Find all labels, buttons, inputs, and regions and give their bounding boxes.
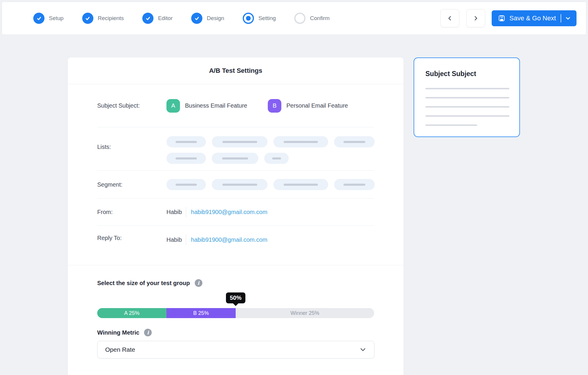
skeleton-line	[425, 88, 509, 89]
save-and-go-next-button[interactable]: Save & Go Next	[492, 10, 577, 26]
skeleton-pill	[212, 179, 267, 190]
previous-step-button[interactable]	[440, 9, 459, 27]
radio-active-icon	[243, 13, 254, 24]
step-recipients[interactable]: Recipients	[82, 13, 124, 24]
radio-dot	[246, 16, 251, 21]
lists-row: Lists:	[97, 127, 374, 171]
test-group-heading: Select the size of your test group	[97, 280, 190, 287]
subject-row: Subject Subject: A Business Email Featur…	[97, 84, 374, 127]
info-icon[interactable]: i	[195, 279, 202, 287]
wizard-header: Setup Recipients Editor	[2, 2, 586, 35]
check-circle-icon	[33, 13, 44, 24]
check-circle-icon	[142, 13, 153, 24]
segment-b[interactable]: B 25%	[166, 308, 236, 318]
chevron-right-icon	[473, 16, 478, 21]
skeleton-pill	[334, 179, 375, 190]
step-setup[interactable]: Setup	[33, 13, 64, 24]
check-icon	[145, 16, 151, 21]
check-icon	[194, 16, 200, 21]
variant-a-subject: Business Email Feature	[185, 102, 247, 109]
preview-skeleton	[425, 88, 508, 126]
segment-row-label: Segment:	[97, 181, 166, 188]
from-row: From: Habib habib91900@gmail.com.com	[97, 199, 374, 226]
skeleton-pill	[264, 153, 289, 164]
segment-skeleton	[166, 179, 375, 190]
preview-card-title: Subject Subject	[425, 70, 508, 78]
winning-metric-value: Open Rate	[105, 346, 135, 353]
skeleton-pill	[212, 136, 267, 147]
reply-to-sender: Habib habib91900@gmail.com.com	[166, 235, 267, 245]
step-design[interactable]: Design	[191, 13, 224, 24]
lists-skeleton	[166, 136, 375, 164]
segment-a[interactable]: A 25%	[97, 308, 166, 318]
skeleton-pill	[166, 153, 206, 164]
skeleton-pill	[166, 179, 206, 190]
skeleton-pill-row	[166, 153, 375, 164]
step-setting-active[interactable]: Setting	[243, 13, 276, 24]
skeleton-line	[425, 97, 509, 98]
step-editor[interactable]: Editor	[142, 13, 173, 24]
skeleton-pill	[273, 179, 328, 190]
vertical-divider	[186, 207, 186, 217]
skeleton-pill	[166, 136, 206, 147]
variant-b-badge: B	[268, 99, 281, 113]
variant-b-subject: Personal Email Feature	[286, 102, 348, 109]
subject-row-label: Subject Subject:	[97, 102, 166, 109]
test-group-section: Select the size of your test group i 50%…	[68, 265, 404, 358]
from-sender: Habib habib91900@gmail.com.com	[166, 207, 267, 217]
skeleton-pill	[273, 136, 328, 147]
step-label: Confirm	[310, 15, 330, 22]
reply-to-email-link[interactable]: habib91900@gmail.com.com	[191, 236, 267, 243]
step-label: Recipients	[98, 15, 124, 22]
step-label: Editor	[158, 15, 173, 22]
step-label: Setting	[258, 15, 276, 22]
skeleton-pill	[212, 153, 258, 164]
slider-value-tooltip: 50%	[226, 292, 245, 303]
wizard-stepper: Setup Recipients Editor	[33, 13, 330, 24]
info-icon[interactable]: i	[144, 329, 152, 336]
radio-empty-icon	[294, 13, 305, 24]
chevron-down-icon	[359, 346, 366, 353]
reply-to-row: Reply To: Habib habib91900@gmail.com.com	[97, 226, 374, 265]
step-confirm[interactable]: Confirm	[294, 13, 330, 24]
next-step-button[interactable]	[466, 9, 485, 27]
test-group-heading-row: Select the size of your test group i	[97, 279, 374, 287]
skeleton-line	[425, 106, 509, 108]
reply-to-name: Habib	[166, 236, 182, 243]
save-floppy-icon	[498, 15, 505, 22]
vertical-divider	[186, 235, 186, 245]
lists-row-label: Lists:	[97, 144, 166, 150]
segment-winner[interactable]: Winner 25%	[236, 308, 374, 318]
chevron-down-icon[interactable]	[565, 16, 571, 21]
segment-row: Segment:	[97, 171, 374, 199]
subject-preview-card[interactable]: Subject Subject	[414, 57, 520, 137]
summary-section: Subject Subject: A Business Email Featur…	[68, 84, 404, 265]
from-row-label: From:	[97, 209, 166, 216]
variant-a-badge: A	[166, 99, 180, 113]
from-name: Habib	[166, 209, 182, 216]
skeleton-line	[425, 115, 509, 117]
page-title: A/B Test Settings	[209, 67, 262, 75]
skeleton-line	[425, 124, 477, 126]
step-label: Setup	[49, 15, 64, 22]
card-header: A/B Test Settings	[68, 57, 404, 84]
check-icon	[36, 16, 42, 21]
test-group-slider: 50% A 25% B 25% Winner 25%	[97, 308, 374, 318]
winning-metric-label: Winning Metric	[97, 329, 139, 336]
button-divider	[561, 14, 561, 22]
skeleton-pill-row	[166, 136, 375, 147]
ab-split-bar[interactable]: A 25% B 25% Winner 25%	[97, 308, 374, 318]
check-circle-icon	[191, 13, 202, 24]
save-button-label: Save & Go Next	[509, 14, 556, 22]
variant-a: A Business Email Feature	[166, 99, 247, 113]
from-email-link[interactable]: habib91900@gmail.com.com	[191, 209, 267, 216]
header-actions: Save & Go Next	[440, 9, 577, 27]
reply-to-row-label: Reply To:	[97, 235, 166, 241]
skeleton-pill	[334, 136, 375, 147]
step-label: Design	[207, 15, 224, 22]
winning-metric-row: Winning Metric i	[97, 329, 374, 336]
winning-metric-select[interactable]: Open Rate	[97, 341, 374, 358]
check-icon	[85, 16, 90, 21]
chevron-left-icon	[447, 16, 452, 21]
check-circle-icon	[82, 13, 93, 24]
